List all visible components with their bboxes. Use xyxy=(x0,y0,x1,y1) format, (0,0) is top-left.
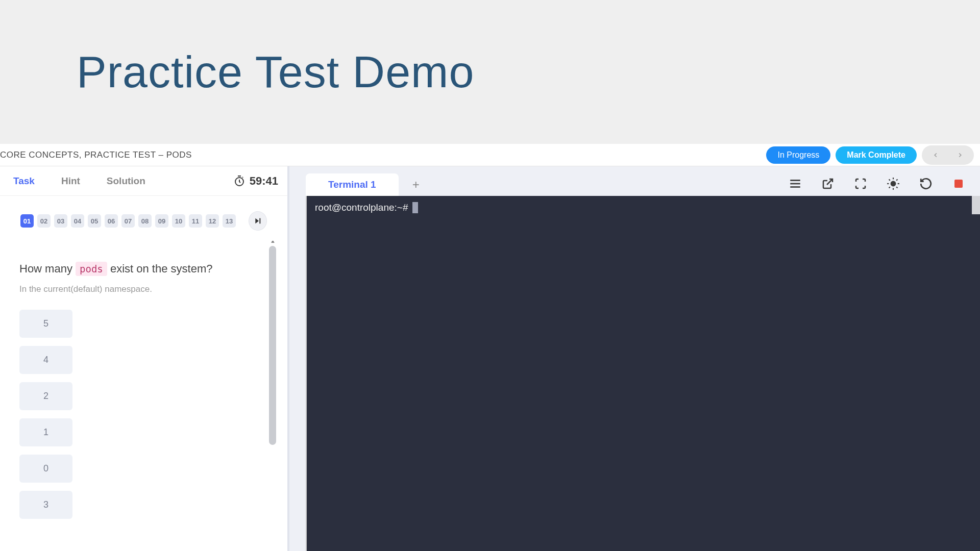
step-navigation: 01020304050607080910111213 xyxy=(0,196,287,241)
question-subtext: In the current(default) namespace. xyxy=(19,284,264,294)
terminal-actions xyxy=(788,177,966,191)
tab-row: Task Hint Solution 59:41 xyxy=(0,166,287,196)
breadcrumb-text: CORE CONCEPTS, PRACTICE TEST – PODS xyxy=(0,150,192,160)
stop-button[interactable] xyxy=(951,177,966,191)
status-in-progress[interactable]: In Progress xyxy=(766,146,830,164)
step-10[interactable]: 10 xyxy=(172,214,185,228)
svg-line-14 xyxy=(889,187,890,188)
svg-line-11 xyxy=(896,187,897,188)
step-03[interactable]: 03 xyxy=(54,214,67,228)
answer-option-4[interactable]: 4 xyxy=(19,346,72,374)
terminal-prompt: root@controlplane:~# xyxy=(315,202,408,213)
tab-solution[interactable]: Solution xyxy=(93,166,159,195)
answer-option-3[interactable]: 3 xyxy=(19,491,72,519)
step-11[interactable]: 11 xyxy=(189,214,202,228)
skip-to-end-button[interactable] xyxy=(249,211,267,231)
step-13[interactable]: 13 xyxy=(223,214,236,228)
step-04[interactable]: 04 xyxy=(71,214,84,228)
timer-value: 59:41 xyxy=(250,174,278,188)
nav-controls: In Progress Mark Complete xyxy=(766,145,974,165)
answer-option-2[interactable]: 2 xyxy=(19,382,72,410)
mark-complete-button[interactable]: Mark Complete xyxy=(836,146,917,164)
add-terminal-button[interactable]: + xyxy=(408,177,424,193)
terminal[interactable]: root@controlplane:~# xyxy=(306,196,980,551)
svg-line-15 xyxy=(896,180,897,181)
svg-rect-2 xyxy=(259,218,260,224)
breadcrumb-bar: CORE CONCEPTS, PRACTICE TEST – PODS In P… xyxy=(0,144,980,166)
prev-button[interactable] xyxy=(923,147,948,163)
answer-option-5[interactable]: 5 xyxy=(19,310,72,338)
answer-option-0[interactable]: 0 xyxy=(19,455,72,483)
next-button[interactable] xyxy=(948,147,972,163)
main-area: Task Hint Solution 59:41 010203040506070… xyxy=(0,166,980,551)
question-area: How many pods exist on the system? In th… xyxy=(0,241,287,551)
terminal-tab-bar: Terminal 1 + xyxy=(306,166,980,196)
step-07[interactable]: 07 xyxy=(121,214,135,228)
stop-icon xyxy=(954,180,963,188)
question-suffix: exist on the system? xyxy=(107,262,213,275)
step-06[interactable]: 06 xyxy=(105,214,118,228)
task-panel: Task Hint Solution 59:41 010203040506070… xyxy=(0,166,289,551)
scroll-up-icon[interactable]: ▲ xyxy=(270,241,276,244)
clock-icon xyxy=(233,175,246,187)
terminal-cursor xyxy=(412,202,418,213)
question-prefix: How many xyxy=(19,262,76,275)
answer-option-1[interactable]: 1 xyxy=(19,418,72,446)
tab-hint[interactable]: Hint xyxy=(48,166,93,195)
terminal-tab-1[interactable]: Terminal 1 xyxy=(306,173,399,196)
step-01[interactable]: 01 xyxy=(20,214,34,228)
question-text: How many pods exist on the system? xyxy=(19,261,264,277)
step-09[interactable]: 09 xyxy=(155,214,168,228)
nav-arrows xyxy=(922,145,974,165)
terminal-scrollbar[interactable] xyxy=(972,196,980,214)
terminal-line: root@controlplane:~# xyxy=(315,202,972,213)
svg-line-6 xyxy=(827,179,832,185)
step-08[interactable]: 08 xyxy=(138,214,152,228)
menu-icon[interactable] xyxy=(788,177,802,191)
tab-task[interactable]: Task xyxy=(0,166,48,195)
question-code: pods xyxy=(76,262,107,276)
popout-icon[interactable] xyxy=(821,177,835,191)
timer: 59:41 xyxy=(233,174,278,188)
step-05[interactable]: 05 xyxy=(88,214,101,228)
svg-line-10 xyxy=(889,180,890,181)
step-12[interactable]: 12 xyxy=(206,214,219,228)
terminal-panel: Terminal 1 + xyxy=(289,166,980,551)
answer-list: 542103 xyxy=(19,310,264,519)
theme-icon[interactable] xyxy=(886,177,900,191)
slide-title: Practice Test Demo xyxy=(77,46,474,98)
fullscreen-icon[interactable] xyxy=(853,177,868,191)
scrollbar-thumb[interactable] xyxy=(269,246,276,445)
reset-icon[interactable] xyxy=(919,177,933,191)
svg-point-7 xyxy=(891,181,896,187)
svg-marker-1 xyxy=(255,218,259,224)
step-02[interactable]: 02 xyxy=(37,214,51,228)
slide-header: Practice Test Demo xyxy=(0,0,980,144)
